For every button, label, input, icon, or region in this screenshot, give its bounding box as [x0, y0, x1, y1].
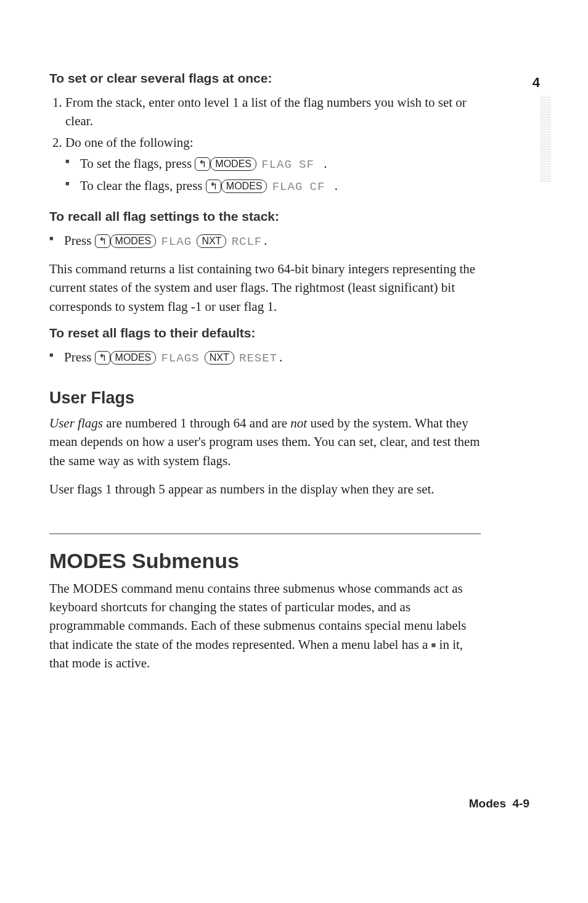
left-shift-key: ↰: [206, 179, 221, 193]
modes-para: The MODES command menu contains three su…: [49, 579, 481, 673]
footer-page: 4-9: [513, 797, 529, 810]
reset-pre: Press: [64, 350, 95, 365]
modes-para-a: The MODES command menu contains three su…: [49, 581, 466, 652]
modes-key: MODES: [110, 234, 157, 248]
menu-flag: FLAG: [271, 180, 305, 194]
nxt-key: NXT: [197, 234, 226, 248]
period: .: [335, 178, 338, 193]
step-2-sublist: To set the flags, press ↰MODES FLAG SF .…: [65, 154, 481, 196]
reset-list: Press ↰MODES FLAGS NXT RESET.: [49, 348, 481, 368]
menu-cf: CF: [308, 180, 335, 194]
recall-step: Press ↰MODES FLAG NXT RCLF.: [64, 231, 481, 251]
content-column: To set or clear several flags at once: F…: [49, 71, 481, 673]
recall-list: Press ↰MODES FLAG NXT RCLF.: [49, 231, 481, 251]
heading-set-clear-flags: To set or clear several flags at once:: [49, 71, 481, 86]
period: .: [279, 350, 282, 365]
step-1: From the stack, enter onto level 1 a lis…: [65, 93, 481, 131]
modes-key: MODES: [110, 351, 157, 365]
userflags-para1: User flags are numbered 1 through 64 and…: [49, 414, 481, 470]
left-shift-key: ↰: [95, 234, 110, 248]
left-shift-key: ↰: [95, 351, 110, 365]
recall-paragraph: This command returns a list containing t…: [49, 260, 481, 316]
userflags-term: User flags: [49, 416, 103, 431]
heading-recall-flags: To recall all flag settings to the stack…: [49, 209, 481, 224]
modes-key: MODES: [221, 179, 267, 193]
menu-flag: FLAG: [259, 158, 294, 171]
footer-label: Modes: [469, 797, 506, 810]
heading-user-flags: User Flags: [49, 389, 481, 408]
userflags-p1b: are numbered 1 through 64 and are: [103, 416, 290, 431]
page: 4 To set or clear several flags at once:…: [0, 0, 588, 903]
menu-reset: RESET: [237, 352, 279, 365]
menu-sf: SF: [297, 158, 324, 171]
menu-rclf: RCLF: [230, 235, 264, 249]
menu-flags: FLAGS: [160, 352, 202, 365]
substep-clear-pre: To clear the flags, press: [80, 178, 206, 193]
left-shift-key: ↰: [195, 157, 210, 171]
substep-set-pre: To set the flags, press: [80, 156, 195, 171]
page-footer: Modes 4-9: [469, 797, 529, 810]
userflags-not: not: [290, 416, 307, 431]
side-page-number: 4: [533, 75, 540, 91]
substep-clear: To clear the flags, press ↰MODES FLAG CF…: [80, 176, 481, 196]
nxt-key: NXT: [205, 351, 234, 365]
recall-pre: Press: [64, 233, 95, 248]
substep-set: To set the flags, press ↰MODES FLAG SF .: [80, 154, 481, 174]
period: .: [324, 156, 327, 171]
steps-list: From the stack, enter onto level 1 a lis…: [49, 93, 481, 196]
step-2: Do one of the following: To set the flag…: [65, 133, 481, 196]
heading-modes-submenus: MODES Submenus: [49, 549, 481, 573]
heading-reset-flags: To reset all flags to their defaults:: [49, 326, 481, 340]
step-2-text: Do one of the following:: [65, 135, 194, 150]
section-divider: [49, 534, 481, 534]
userflags-para2: User flags 1 through 5 appear as numbers…: [49, 480, 481, 498]
thumb-tab: [540, 96, 551, 182]
menu-flag: FLAG: [160, 235, 194, 249]
period: .: [264, 233, 267, 248]
reset-step: Press ↰MODES FLAGS NXT RESET.: [64, 348, 481, 368]
modes-key: MODES: [210, 157, 256, 171]
